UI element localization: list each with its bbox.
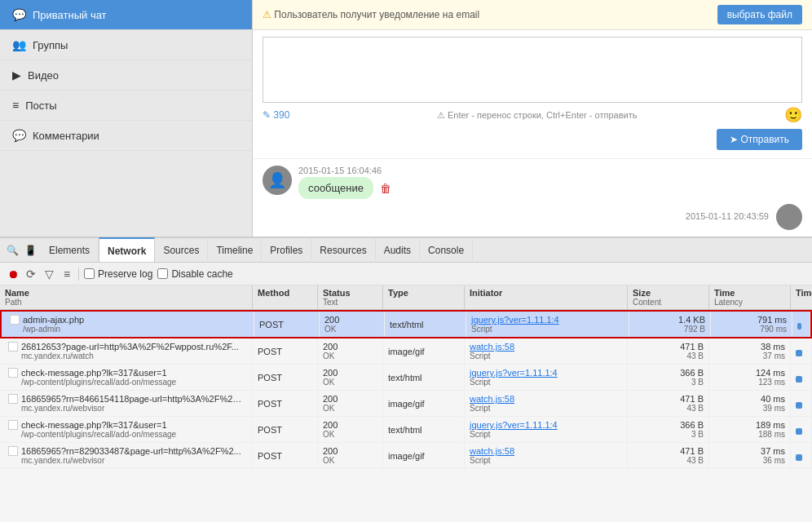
row-status-text: OK bbox=[323, 378, 377, 387]
table-row[interactable]: 16865965?rn=829033487&page-url=http%3A%2… bbox=[0, 443, 812, 469]
row-method: POST bbox=[258, 399, 312, 409]
row-time-sub: 188 ms bbox=[714, 430, 785, 439]
notice-text: ⚠ Пользователь получит уведомление на em… bbox=[263, 9, 479, 20]
row-path: /wp-admin bbox=[23, 325, 84, 334]
td-timeline bbox=[791, 338, 812, 364]
chat-notice: ⚠ Пользователь получит уведомление на em… bbox=[253, 0, 812, 30]
row-path: /wp-content/plugins/recall/add-on/messag… bbox=[21, 378, 176, 387]
emoji-icon[interactable]: 🙂 bbox=[784, 106, 802, 124]
tab-sources[interactable]: Sources bbox=[155, 238, 208, 263]
row-type: text/html bbox=[388, 425, 459, 435]
table-row[interactable]: 16865965?rn=8466154118page-url=http%3A%2… bbox=[0, 391, 812, 417]
row-initiator[interactable]: watch.js:58 bbox=[470, 342, 622, 352]
row-initiator-sub: Script bbox=[470, 378, 622, 387]
row-time: 40 ms bbox=[714, 394, 785, 404]
row-initiator[interactable]: watch.js:58 bbox=[470, 446, 622, 456]
td-initiator: watch.js:58 Script bbox=[465, 338, 628, 364]
list-icon[interactable]: ≡ bbox=[60, 268, 73, 281]
row-status-text: OK bbox=[324, 325, 379, 334]
row-initiator[interactable]: jquery.js?ver=1.11.1:4 bbox=[470, 368, 622, 378]
delete-icon[interactable]: 🗑 bbox=[380, 182, 391, 195]
td-method: POST bbox=[253, 338, 318, 364]
td-status: 200 OK bbox=[320, 312, 385, 337]
row-time-sub: 39 ms bbox=[714, 404, 785, 413]
table-row[interactable]: check-message.php?lk=317&user=1 /wp-cont… bbox=[0, 417, 812, 443]
row-method: POST bbox=[258, 451, 312, 461]
sidebar-item-groups[interactable]: 👥 Группы bbox=[0, 30, 252, 60]
disable-cache-checkbox[interactable] bbox=[157, 268, 168, 279]
td-initiator: jquery.js?ver=1.11.1:4 Script bbox=[465, 417, 628, 442]
col-header-size: Size Content bbox=[628, 285, 709, 309]
row-initiator-sub: Script bbox=[471, 325, 624, 334]
tab-timeline[interactable]: Timeline bbox=[208, 238, 262, 263]
message-time: 2015-01-15 16:04:46 bbox=[298, 166, 802, 175]
record-icon[interactable]: ⏺ bbox=[7, 268, 20, 281]
favicon bbox=[8, 342, 18, 352]
tab-elements[interactable]: Elements bbox=[41, 238, 99, 263]
table-row[interactable]: check-message.php?lk=317&user=1 /wp-cont… bbox=[0, 365, 812, 391]
td-time: 38 ms 37 ms bbox=[709, 338, 791, 364]
row-time-sub: 123 ms bbox=[714, 378, 785, 387]
video-icon: ▶ bbox=[12, 69, 21, 82]
bottom-timestamp: 2015-01-11 20:43:59 bbox=[263, 204, 802, 230]
row-path: mc.yandex.ru/watch bbox=[21, 352, 239, 361]
td-status: 200 OK bbox=[318, 365, 383, 390]
search-icon[interactable]: 🔍 bbox=[5, 243, 20, 258]
preserve-log-checkbox[interactable] bbox=[84, 268, 95, 279]
tab-resources[interactable]: Resources bbox=[311, 238, 375, 263]
sidebar-item-video[interactable]: ▶ Видео bbox=[0, 60, 252, 91]
td-type: text/html bbox=[385, 312, 466, 337]
row-initiator[interactable]: watch.js:58 bbox=[470, 394, 622, 404]
send-button[interactable]: ➤ Отправить bbox=[717, 129, 802, 150]
td-method: POST bbox=[253, 391, 318, 416]
sidebar-item-comments[interactable]: 💬 Комментарии bbox=[0, 121, 252, 151]
sidebar-item-private-chat[interactable]: 💬 Приватный чат bbox=[0, 0, 252, 30]
preserve-log-label[interactable]: Preserve log bbox=[84, 268, 152, 280]
row-type: text/html bbox=[390, 320, 461, 330]
avatar: 👤 bbox=[263, 166, 292, 195]
table-header: Name Path Method Status Text Type Initia… bbox=[0, 285, 812, 310]
row-time: 37 ms bbox=[714, 446, 785, 456]
row-initiator[interactable]: jquery.js?ver=1.11.1:4 bbox=[470, 420, 622, 430]
sidebar-item-label: Комментарии bbox=[33, 130, 99, 142]
td-timeline bbox=[791, 417, 812, 442]
tab-profiles[interactable]: Profiles bbox=[262, 238, 311, 263]
td-timeline bbox=[792, 312, 810, 337]
groups-icon: 👥 bbox=[12, 38, 26, 51]
row-initiator[interactable]: jquery.js?ver=1.11.1:4 bbox=[471, 315, 624, 325]
col-header-status: Status Text bbox=[318, 285, 383, 309]
sidebar: 💬 Приватный чат 👥 Группы ▶ Видео ≡ Посты… bbox=[0, 0, 253, 237]
td-timeline bbox=[791, 365, 812, 390]
row-initiator-sub: Script bbox=[470, 430, 622, 439]
table-row[interactable]: admin-ajax.php /wp-admin POST 200 OK tex… bbox=[0, 310, 812, 338]
row-type: text/html bbox=[388, 373, 459, 383]
row-size-sub: 43 B bbox=[633, 456, 704, 465]
tab-console[interactable]: Console bbox=[420, 238, 473, 263]
message-content: 2015-01-15 16:04:46 сообщение 🗑 bbox=[298, 166, 802, 199]
sidebar-item-label: Видео bbox=[28, 69, 59, 82]
row-status-text: OK bbox=[323, 456, 377, 465]
clear-icon[interactable]: ⟳ bbox=[24, 268, 38, 281]
sidebar-item-posts[interactable]: ≡ Посты bbox=[0, 91, 252, 121]
row-path: mc.yandex.ru/webvisor bbox=[21, 404, 244, 413]
td-status: 200 OK bbox=[318, 338, 383, 364]
char-count[interactable]: ✎ 390 bbox=[263, 109, 289, 121]
td-type: image/gif bbox=[383, 338, 465, 364]
table-row[interactable]: 26812653?page-url=http%3A%2F%2Fwppost.ru… bbox=[0, 338, 812, 365]
posts-icon: ≡ bbox=[12, 99, 19, 112]
td-name: 16865965?rn=829033487&page-url=http%3A%2… bbox=[0, 443, 253, 468]
disable-cache-label[interactable]: Disable cache bbox=[157, 268, 232, 280]
td-initiator: watch.js:58 Script bbox=[465, 391, 628, 416]
mobile-icon[interactable]: 📱 bbox=[23, 243, 38, 258]
message-input[interactable] bbox=[263, 37, 802, 103]
filter-icon[interactable]: ▽ bbox=[42, 268, 55, 281]
tab-network[interactable]: Network bbox=[99, 237, 155, 262]
chat-input-area: ✎ 390 ⚠ Enter - перенос строки, Ctrl+Ent… bbox=[253, 30, 812, 158]
row-status: 200 bbox=[323, 394, 377, 404]
row-time: 189 ms bbox=[714, 420, 785, 430]
row-size-sub: 43 B bbox=[633, 352, 704, 361]
choose-file-button[interactable]: выбрать файл bbox=[717, 5, 802, 24]
sidebar-item-label: Группы bbox=[33, 39, 68, 51]
message-bubble: сообщение bbox=[298, 177, 373, 199]
tab-audits[interactable]: Audits bbox=[376, 238, 420, 263]
